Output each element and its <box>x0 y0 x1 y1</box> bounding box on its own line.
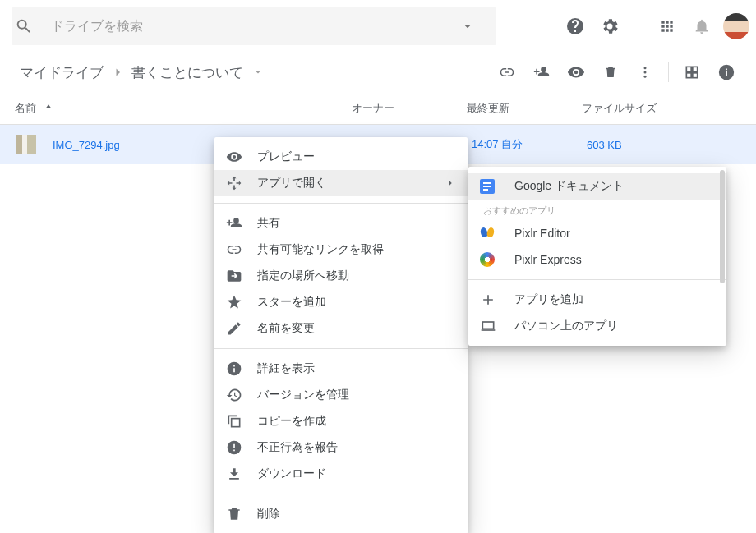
sub-google-docs-label: Google ドキュメント <box>514 179 624 194</box>
apps-grid-icon[interactable] <box>651 10 684 43</box>
info-icon[interactable] <box>710 56 743 89</box>
gear-icon[interactable] <box>593 10 626 43</box>
column-owner-label[interactable]: オーナー <box>352 101 467 116</box>
download-icon <box>226 466 257 482</box>
help-icon[interactable] <box>559 10 592 43</box>
ctx-details-label: 詳細を表示 <box>257 361 315 376</box>
ctx-open-with-label: アプリで開く <box>257 176 326 191</box>
column-size-label[interactable]: ファイルサイズ <box>582 101 756 116</box>
svg-rect-5 <box>686 73 691 78</box>
list-header: 名前 オーナー 最終更新 ファイルサイズ <box>0 92 756 125</box>
ctx-move-to[interactable]: 指定の場所へ移動 <box>214 263 468 289</box>
share-person-icon[interactable] <box>525 56 558 89</box>
ctx-download[interactable]: ダウンロード <box>214 461 468 487</box>
sub-pixlr-editor-label: Pixlr Editor <box>514 227 570 240</box>
context-menu: プレビュー アプリで開く 共有 共有可能なリンクを取得 指定の場所へ移動 スタ <box>214 137 468 533</box>
link-icon <box>226 241 257 258</box>
svg-point-1 <box>644 71 647 74</box>
menu-divider <box>468 279 726 280</box>
sub-pixlr-express[interactable]: Pixlr Express <box>468 246 726 273</box>
ctx-add-star-label: スターを追加 <box>257 295 326 310</box>
history-icon <box>226 387 257 403</box>
submenu-scrollbar[interactable] <box>720 170 725 283</box>
folder-move-icon <box>226 268 257 284</box>
laptop-icon <box>480 318 514 334</box>
preview-eye-icon[interactable] <box>560 56 592 89</box>
person-add-icon <box>226 215 257 232</box>
column-modified-label[interactable]: 最終更新 <box>467 101 582 116</box>
sub-pixlr-express-label: Pixlr Express <box>514 253 582 266</box>
eye-icon <box>226 149 257 165</box>
ctx-add-star[interactable]: スターを追加 <box>214 289 468 315</box>
ctx-preview[interactable]: プレビュー <box>214 144 468 170</box>
breadcrumb-dropdown-icon[interactable] <box>253 67 263 77</box>
svg-rect-7 <box>232 419 240 427</box>
ctx-details[interactable]: 詳細を表示 <box>214 356 468 382</box>
grid-view-icon[interactable] <box>675 56 708 89</box>
svg-point-0 <box>644 67 647 69</box>
breadcrumb-current[interactable]: 書くことについて <box>131 63 243 82</box>
chevron-right-icon <box>110 65 125 80</box>
ctx-make-copy[interactable]: コピーを作成 <box>214 408 468 434</box>
ctx-get-link-label: 共有可能なリンクを取得 <box>257 242 384 257</box>
open-with-submenu: Google ドキュメント おすすめのアプリ Pixlr Editor Pixl… <box>468 167 726 346</box>
ctx-move-to-label: 指定の場所へ移動 <box>257 269 349 283</box>
ctx-get-link[interactable]: 共有可能なリンクを取得 <box>214 237 468 263</box>
sort-asc-icon[interactable] <box>43 103 54 114</box>
search-icon[interactable] <box>15 17 51 35</box>
rename-icon <box>226 320 257 337</box>
sub-recommended-label: おすすめのアプリ <box>468 200 726 220</box>
sub-add-app[interactable]: アプリを追加 <box>468 287 726 313</box>
menu-divider <box>214 203 468 204</box>
ctx-versions-label: バージョンを管理 <box>257 388 349 402</box>
sub-desktop-apps-label: パソコン上のアプリ <box>514 319 618 333</box>
search-box[interactable] <box>12 7 496 45</box>
svg-rect-8 <box>482 322 493 329</box>
ctx-share[interactable]: 共有 <box>214 210 468 237</box>
svg-point-2 <box>644 76 647 78</box>
ctx-download-label: ダウンロード <box>257 466 326 481</box>
google-docs-icon <box>480 179 514 194</box>
avatar[interactable] <box>723 13 749 39</box>
notifications-icon[interactable] <box>685 10 718 43</box>
ctx-report[interactable]: 不正行為を報告 <box>214 434 468 461</box>
svg-rect-4 <box>693 67 698 71</box>
sub-google-docs[interactable]: Google ドキュメント <box>468 173 726 200</box>
ctx-remove[interactable]: 削除 <box>214 501 468 527</box>
sub-pixlr-editor[interactable]: Pixlr Editor <box>468 220 726 246</box>
toolbar-separator <box>668 62 669 82</box>
file-thumbnail <box>16 135 36 154</box>
more-vert-icon[interactable] <box>629 56 662 89</box>
menu-divider <box>214 494 468 494</box>
star-icon <box>226 294 257 310</box>
column-name-label[interactable]: 名前 <box>15 101 36 116</box>
search-dropdown-icon[interactable] <box>460 19 493 34</box>
pixlr-express-icon <box>480 252 514 267</box>
copy-icon <box>226 413 257 430</box>
menu-divider <box>214 348 468 349</box>
ctx-open-with[interactable]: アプリで開く <box>214 170 468 196</box>
svg-rect-3 <box>686 67 691 71</box>
search-input[interactable] <box>51 19 460 34</box>
trash-icon[interactable] <box>594 56 627 89</box>
ctx-versions[interactable]: バージョンを管理 <box>214 382 468 408</box>
get-link-icon[interactable] <box>491 56 523 89</box>
info-icon <box>226 361 257 377</box>
trash-icon <box>226 506 257 522</box>
ctx-rename-label: 名前を変更 <box>257 321 315 336</box>
open-with-icon <box>226 175 257 191</box>
report-icon <box>226 439 257 456</box>
ctx-remove-label: 削除 <box>257 507 280 522</box>
plus-icon <box>480 292 514 308</box>
file-size: 603 KB <box>587 139 756 151</box>
sub-desktop-apps[interactable]: パソコン上のアプリ <box>468 313 726 339</box>
breadcrumb-root[interactable]: マイドライブ <box>20 63 104 82</box>
pixlr-editor-icon <box>480 226 514 241</box>
chevron-right-icon <box>445 177 456 189</box>
breadcrumb: マイドライブ 書くことについて <box>20 63 263 82</box>
ctx-report-label: 不正行為を報告 <box>257 440 338 455</box>
ctx-rename[interactable]: 名前を変更 <box>214 315 468 342</box>
file-modified: 14:07 自分 <box>472 137 587 152</box>
ctx-make-copy-label: コピーを作成 <box>257 414 326 429</box>
sub-add-app-label: アプリを追加 <box>514 292 583 307</box>
